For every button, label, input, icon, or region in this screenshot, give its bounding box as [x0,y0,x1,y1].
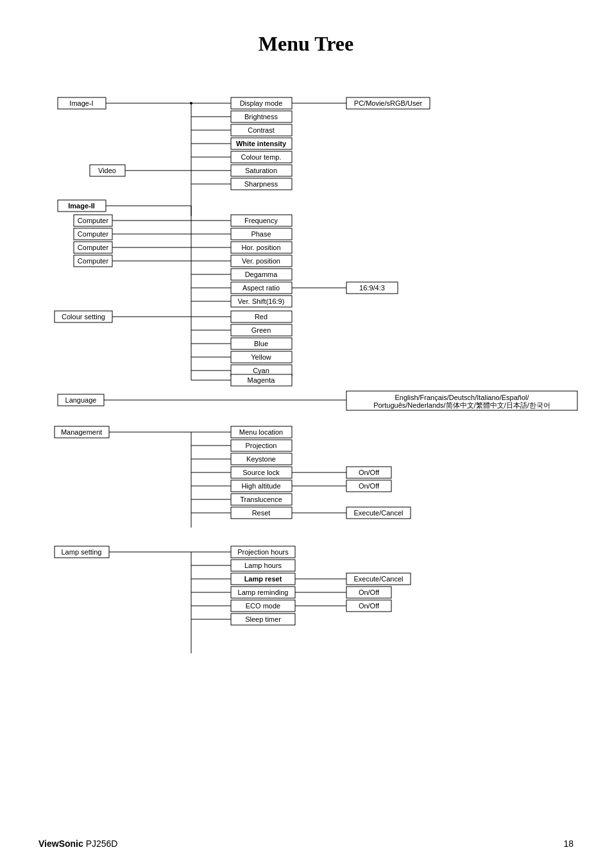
language-group: Language [58,394,104,406]
colour-setting-label: Colour setting [62,313,105,321]
sleep-timer-label: Sleep timer [245,615,281,623]
image-i-label: Image-I [69,99,93,107]
language-opt2-label: Português/Nederlands/简体中文/繁體中文/日本語/한국어 [373,401,550,409]
yellow-label: Yellow [251,353,271,361]
image-ii-label: Image-II [68,202,95,210]
lamp-reminding-label: Lamp reminding [238,588,289,596]
video-group: Video [90,165,125,176]
lamp-hours-label: Lamp hours [244,562,282,569]
computer1-label: Computer [78,217,109,224]
computer2-label: Computer [78,230,109,238]
language-opt1-label: English/Français/Deutsch/Italiano/Españo… [395,394,529,401]
source-lock-val: On/Off [359,469,380,476]
reset-val: Execute/Cancel [353,509,403,517]
eco-mode-val: On/Off [359,602,380,610]
aspect-val-label: 16:9/4:3 [359,284,385,292]
saturation-label: Saturation [245,167,277,174]
colour-setting-group: Colour setting [55,311,112,322]
page-title: Menu Tree [0,0,612,81]
computer2-group: Computer [74,228,112,240]
page-number: 18 [563,839,574,849]
magenta-label: Magenta [248,376,276,384]
sharpness-label: Sharpness [244,180,278,188]
phase-label: Phase [251,230,271,238]
brightness-label: Brightness [244,113,278,121]
video-label: Video [98,167,116,174]
management-group: Management [55,426,109,438]
high-altitude-val: On/Off [359,482,380,490]
ver-position-label: Ver. position [242,257,280,265]
hor-position-label: Hor. position [241,244,280,251]
menu-location-label: Menu location [239,428,284,436]
lamp-setting-label: Lamp setting [62,548,102,556]
svg-point-110 [190,102,192,104]
eco-mode-label: ECO mode [246,602,280,610]
white-intensity-label: White intensity [236,140,287,147]
computer4-group: Computer [74,255,112,267]
ver-shift-label: Ver. Shift(16:9) [238,297,285,305]
lamp-reset-val: Execute/Cancel [353,575,403,583]
blue-label: Blue [254,340,268,347]
language-label: Language [65,396,97,404]
degamma-label: Degamma [245,271,278,278]
lamp-reset-label: Lamp reset [244,575,282,583]
model-name: PJ256D [83,839,118,849]
red-label: Red [255,313,268,321]
keystone-label: Keystone [246,455,276,463]
menu-tree: Image-I Display mode PC/Movie/sRGB/User … [51,88,612,731]
management-label: Management [61,428,102,436]
lamp-setting-group: Lamp setting [55,546,109,558]
display-mode-label: Display mode [240,99,283,107]
frequency-label: Frequency [244,217,278,224]
green-label: Green [251,326,271,334]
aspect-ratio-label: Aspect ratio [242,284,280,292]
computer3-group: Computer [74,242,112,253]
computer1-group: Computer [74,215,112,226]
computer4-label: Computer [78,257,109,265]
reset-label: Reset [252,509,271,517]
projection-label: Projection [246,442,277,449]
lamp-reminding-val: On/Off [359,588,380,596]
source-lock-label: Source lock [242,469,280,476]
contrast-label: Contrast [248,126,275,134]
pc-movie-label: PC/Movie/sRGB/User [354,99,423,107]
translucence-label: Translucence [240,496,282,503]
high-altitude-label: High altitude [241,482,280,490]
colour-temp-label: Colour temp. [241,153,282,161]
computer3-label: Computer [78,244,109,251]
footer: ViewSonic PJ256D [38,839,117,849]
brand-name: ViewSonic [38,839,83,849]
image-i-group: Image-I [58,97,106,109]
image-ii-group: Image-II [58,200,106,212]
cyan-label: Cyan [253,367,269,374]
projection-hours-label: Projection hours [237,548,289,556]
